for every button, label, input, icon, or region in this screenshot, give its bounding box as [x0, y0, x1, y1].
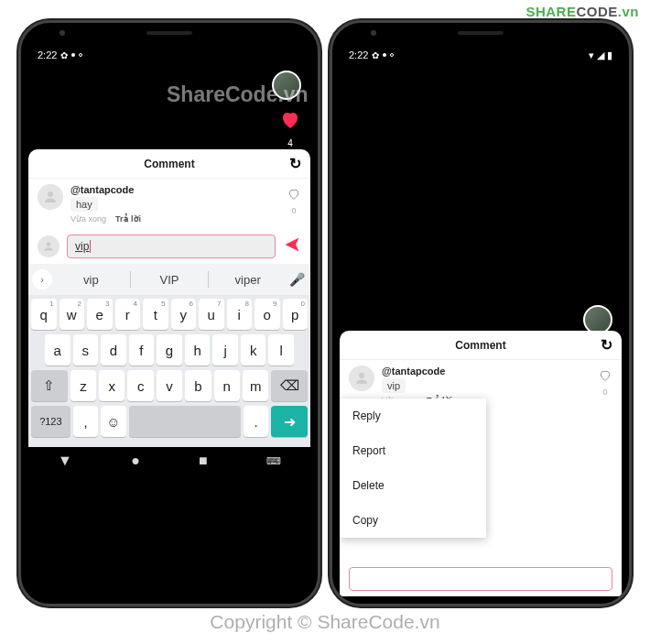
- nav-back-icon[interactable]: ▼: [58, 453, 72, 469]
- avatar-icon: [38, 184, 63, 210]
- key-d[interactable]: d: [101, 334, 126, 366]
- status-dot-icon: [383, 53, 386, 57]
- menu-item-report[interactable]: Report: [340, 433, 486, 468]
- keyboard-suggestion-bar: › vip VIP viper 🎤: [28, 264, 310, 295]
- heart-icon[interactable]: [279, 109, 301, 135]
- key-l[interactable]: l: [268, 334, 294, 366]
- svg-point-0: [48, 191, 53, 197]
- comment-text: hay: [70, 197, 98, 212]
- status-bar: 2:22 ✿ ▾ ◢ ▮: [340, 45, 622, 65]
- comment-time: Vừa xong: [70, 214, 106, 224]
- menu-item-reply[interactable]: Reply: [340, 398, 486, 433]
- comma-key[interactable]: ,: [73, 406, 98, 437]
- android-navbar: ▼ ● ■ ⌨: [28, 447, 310, 475]
- status-dot-icon: [71, 53, 75, 57]
- comment-username[interactable]: @tantapcode: [382, 366, 590, 377]
- space-key[interactable]: [129, 406, 241, 437]
- key-v[interactable]: v: [157, 370, 182, 401]
- key-e[interactable]: e3: [87, 299, 113, 330]
- nav-home-icon[interactable]: ●: [131, 453, 140, 469]
- key-a[interactable]: a: [45, 334, 70, 366]
- sheet-title: Comment: [455, 339, 505, 352]
- key-f[interactable]: f: [129, 334, 155, 366]
- wifi-icon: ▾: [589, 49, 594, 61]
- nav-recent-icon[interactable]: ■: [199, 453, 208, 469]
- like-count: 4: [287, 138, 293, 148]
- phone-right: 2:22 ✿ ▾ ◢ ▮ Comment ↻ @tantapcode vip: [330, 20, 632, 606]
- menu-item-delete[interactable]: Delete: [340, 468, 486, 503]
- status-bar: 2:22 ✿: [28, 45, 310, 65]
- context-menu: Reply Report Delete Copy: [340, 398, 486, 538]
- key-k[interactable]: k: [241, 334, 266, 366]
- svg-point-1: [47, 242, 51, 246]
- reply-button[interactable]: Trả lời: [115, 214, 141, 224]
- key-h[interactable]: h: [185, 334, 211, 366]
- comment-item[interactable]: @tantapcode hay Vừa xong Trả lời 0: [28, 179, 310, 229]
- key-x[interactable]: x: [99, 370, 125, 401]
- comment-sheet: Comment ↻ @tantapcode hay Vừa xong Trả l…: [28, 149, 310, 264]
- key-t[interactable]: t5: [143, 299, 168, 330]
- heart-outline-icon[interactable]: [287, 187, 301, 205]
- svg-point-2: [359, 373, 364, 378]
- status-time: 2:22: [38, 49, 57, 60]
- video-feed[interactable]: [340, 65, 622, 331]
- watermark-logo: SHARECODE.vn: [525, 4, 639, 19]
- signal-icon: ◢: [597, 49, 604, 61]
- comment-sheet: Comment ↻ @tantapcode vip Vừa xong Trả l…: [340, 331, 622, 596]
- mic-icon[interactable]: 🎤: [287, 272, 307, 287]
- key-y[interactable]: y6: [171, 299, 197, 330]
- key-c[interactable]: c: [127, 370, 153, 401]
- enter-key[interactable]: ➜: [271, 406, 308, 437]
- chevron-right-icon[interactable]: ›: [32, 269, 52, 289]
- avatar[interactable]: [272, 71, 301, 100]
- shift-key[interactable]: ⇧: [31, 370, 68, 401]
- key-s[interactable]: s: [73, 334, 99, 366]
- comment-input-row: vip: [28, 229, 310, 264]
- keyboard: q1w2e3r4t5y6u7i8o9p0 asdfghjkl ⇧ zxcvbnm…: [28, 295, 310, 447]
- key-u[interactable]: u7: [199, 299, 224, 330]
- key-j[interactable]: j: [212, 334, 238, 366]
- heart-outline-icon[interactable]: [598, 368, 612, 387]
- send-icon[interactable]: [283, 235, 301, 257]
- settings-icon: ✿: [60, 50, 68, 60]
- comment-username[interactable]: @tantapcode: [70, 184, 279, 195]
- key-r[interactable]: r4: [115, 299, 141, 330]
- key-w[interactable]: w2: [60, 299, 85, 330]
- period-key[interactable]: .: [244, 406, 268, 437]
- emoji-key[interactable]: ☺: [101, 406, 125, 437]
- key-z[interactable]: z: [70, 370, 96, 401]
- status-time: 2:22: [349, 49, 368, 60]
- phone-left: 2:22 ✿ 4 Comment ↻ @tantapcode h: [18, 20, 320, 606]
- comment-input[interactable]: [349, 567, 612, 591]
- backspace-key[interactable]: ⌫: [271, 370, 308, 401]
- video-feed[interactable]: 4: [28, 65, 310, 149]
- key-b[interactable]: b: [185, 370, 211, 401]
- sheet-title: Comment: [144, 158, 194, 170]
- refresh-icon[interactable]: ↻: [601, 336, 612, 354]
- comment-text: vip: [382, 378, 406, 393]
- status-dot-icon: [390, 53, 394, 57]
- comment-like-count: 0: [291, 206, 296, 215]
- status-dot-icon: [79, 53, 82, 57]
- settings-icon: ✿: [372, 50, 379, 60]
- key-i[interactable]: i8: [227, 299, 253, 330]
- avatar-icon: [38, 235, 60, 257]
- key-p[interactable]: p0: [283, 299, 309, 330]
- comment-input[interactable]: vip: [67, 235, 276, 258]
- key-o[interactable]: o9: [255, 299, 280, 330]
- avatar-icon: [349, 366, 374, 391]
- refresh-icon[interactable]: ↻: [289, 155, 301, 172]
- key-g[interactable]: g: [157, 334, 182, 366]
- comment-input-row: [340, 562, 622, 596]
- key-n[interactable]: n: [214, 370, 240, 401]
- nav-keyboard-icon[interactable]: ⌨: [266, 455, 281, 467]
- key-m[interactable]: m: [243, 370, 268, 401]
- comment-like-count: 0: [602, 387, 607, 397]
- suggestion-item[interactable]: vip: [54, 273, 128, 287]
- symbols-key[interactable]: ?123: [31, 406, 70, 437]
- menu-item-copy[interactable]: Copy: [340, 503, 486, 538]
- suggestion-item[interactable]: VIP: [133, 273, 207, 287]
- key-q[interactable]: q1: [31, 299, 57, 330]
- battery-icon: ▮: [607, 49, 612, 61]
- suggestion-item[interactable]: viper: [211, 273, 285, 287]
